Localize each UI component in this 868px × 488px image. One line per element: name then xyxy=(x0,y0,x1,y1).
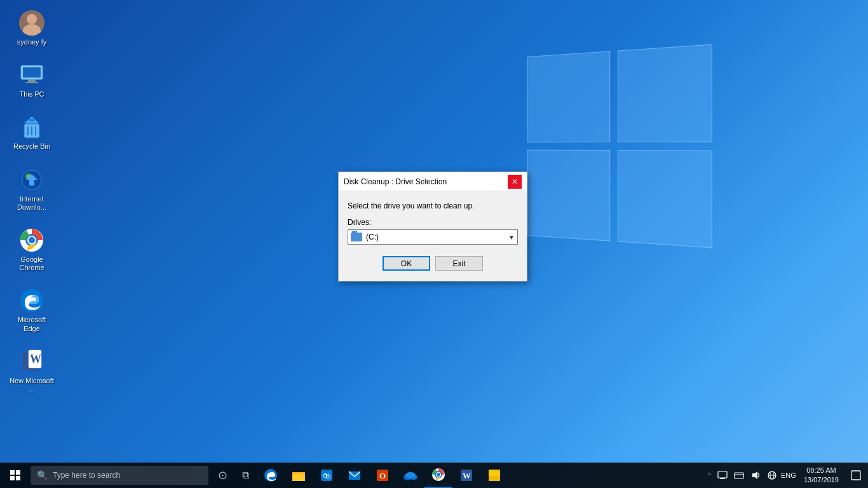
taskbar-app-store[interactable]: 🛍 xyxy=(313,463,341,488)
word-taskbar-icon: W xyxy=(459,468,473,482)
taskbar-app-chrome[interactable] xyxy=(424,463,452,488)
clock-time: 08:25 AM xyxy=(806,466,836,475)
tray-overflow-button[interactable]: ^ xyxy=(705,463,714,488)
tray-icon-volume[interactable] xyxy=(748,463,763,488)
windows-logo-icon xyxy=(10,470,20,480)
cortana-icon: ⊙ xyxy=(218,468,227,482)
drive-icon xyxy=(351,233,362,241)
desktop-windows-logo xyxy=(519,51,741,318)
word-icon: W xyxy=(19,349,44,374)
recycle-bin-icon xyxy=(19,114,44,140)
svg-point-37 xyxy=(437,473,440,477)
desktop-icon-label: Internet Downlo... xyxy=(17,195,46,212)
ok-button[interactable]: OK xyxy=(383,256,430,271)
dialog-titlebar[interactable]: Disk Cleanup : Drive Selection ✕ xyxy=(339,172,527,191)
drives-label: Drives: xyxy=(348,218,518,227)
exit-button[interactable]: Exit xyxy=(435,256,483,271)
svg-text:🛍: 🛍 xyxy=(323,471,331,480)
office-taskbar-icon: O xyxy=(376,468,390,482)
chevron-down-icon: ▼ xyxy=(508,234,515,241)
notification-icon xyxy=(851,470,861,480)
drives-dropdown-content: (C:) xyxy=(351,233,379,241)
taskbar-app-sticky[interactable] xyxy=(480,463,508,488)
store-taskbar-icon: 🛍 xyxy=(320,468,334,482)
edge-icon xyxy=(19,288,44,313)
computer-icon xyxy=(19,62,44,88)
svg-rect-45 xyxy=(735,473,743,478)
language-text: ENG xyxy=(781,471,796,479)
mail-taskbar-icon xyxy=(348,468,362,482)
svg-text:W: W xyxy=(30,353,41,365)
svg-rect-24 xyxy=(292,473,305,481)
svg-rect-25 xyxy=(292,472,298,474)
svg-text:W: W xyxy=(463,471,471,480)
desktop-icon-word[interactable]: W New Microsoft ... xyxy=(6,345,57,397)
search-icon: 🔍 xyxy=(37,470,48,480)
taskbar: 🔍 Type here to search ⊙ ⧉ xyxy=(0,463,868,488)
search-placeholder: Type here to search xyxy=(53,471,120,480)
chrome-taskbar-icon xyxy=(431,468,445,482)
task-view-button[interactable]: ⧉ xyxy=(234,463,257,488)
taskbar-apps: 🛍 O xyxy=(257,463,703,488)
desktop-icon-label: Recycle Bin xyxy=(13,142,50,151)
svg-point-33 xyxy=(405,472,416,478)
svg-rect-1 xyxy=(23,67,41,78)
dialog-description: Select the drive you want to clean up. xyxy=(348,201,518,210)
disk-cleanup-dialog: Disk Cleanup : Drive Selection ✕ Select … xyxy=(338,172,527,281)
idm-icon xyxy=(19,167,44,193)
task-view-icon: ⧉ xyxy=(242,470,249,481)
desktop-icon-this-pc[interactable]: This PC xyxy=(6,58,57,102)
desktop-icon-sydney-fy[interactable]: sydney fy xyxy=(6,6,57,50)
tray-icon-vm[interactable] xyxy=(715,463,730,488)
desktop-icon-idm[interactable]: Internet Downlo... xyxy=(6,163,57,215)
desktop-icon-recycle-bin[interactable]: Recycle Bin xyxy=(6,111,57,154)
taskbar-app-explorer[interactable] xyxy=(285,463,313,488)
explorer-taskbar-icon xyxy=(292,468,306,482)
chrome-icon xyxy=(19,227,44,253)
dialog-title: Disk Cleanup : Drive Selection xyxy=(344,177,447,186)
desktop-icon-label: New Microsoft ... xyxy=(9,377,55,393)
desktop-icon-label: sydney fy xyxy=(17,38,46,46)
desktop-icon-label: Google Chrome xyxy=(9,255,55,272)
svg-rect-3 xyxy=(25,82,38,83)
taskbar-app-word[interactable]: W xyxy=(452,463,480,488)
drives-dropdown[interactable]: (C:) ▼ xyxy=(348,229,518,245)
taskbar-app-mail[interactable] xyxy=(341,463,369,488)
desktop-icon-microsoft-edge[interactable]: Microsoft Edge xyxy=(6,284,57,336)
cortana-button[interactable]: ⊙ xyxy=(211,463,234,488)
start-button[interactable] xyxy=(0,463,31,488)
dialog-buttons: OK Exit xyxy=(348,254,518,271)
tray-icon-network[interactable] xyxy=(731,463,747,488)
dialog-body: Select the drive you want to clean up. D… xyxy=(339,191,527,281)
svg-rect-43 xyxy=(718,471,727,478)
taskbar-app-office[interactable]: O xyxy=(369,463,397,488)
svg-rect-51 xyxy=(851,471,860,480)
edge-taskbar-icon xyxy=(264,468,278,482)
svg-rect-44 xyxy=(720,478,725,479)
desktop-icons: sydney fy This PC xyxy=(0,0,64,409)
svg-rect-2 xyxy=(28,79,36,82)
user-icon xyxy=(19,10,44,36)
taskbar-app-onedrive[interactable] xyxy=(397,463,424,488)
system-clock[interactable]: 08:25 AM 13/07/2019 xyxy=(797,463,845,488)
onedrive-taskbar-icon xyxy=(403,468,418,482)
desktop-icon-google-chrome[interactable]: Google Chrome xyxy=(6,224,57,276)
desktop: sydney fy This PC xyxy=(0,0,868,488)
tray-icon-globe[interactable] xyxy=(764,463,780,488)
svg-point-17 xyxy=(29,237,35,243)
language-indicator[interactable]: ENG xyxy=(781,463,796,488)
dialog-close-button[interactable]: ✕ xyxy=(508,175,522,189)
system-tray: ^ ENG 08:25 AM 13/07/2019 xyxy=(703,463,868,488)
svg-marker-47 xyxy=(752,471,757,479)
sticky-notes-taskbar-icon xyxy=(487,468,501,482)
svg-rect-41 xyxy=(489,476,500,481)
selected-drive-text: (C:) xyxy=(366,233,379,241)
svg-rect-9 xyxy=(29,119,34,121)
svg-text:O: O xyxy=(379,471,386,480)
desktop-icon-label: Microsoft Edge xyxy=(9,316,55,332)
notification-center-button[interactable] xyxy=(846,463,865,488)
desktop-icon-label: This PC xyxy=(19,90,44,98)
search-bar[interactable]: 🔍 Type here to search xyxy=(31,466,208,485)
taskbar-app-edge[interactable] xyxy=(257,463,285,488)
clock-date: 13/07/2019 xyxy=(804,475,839,485)
